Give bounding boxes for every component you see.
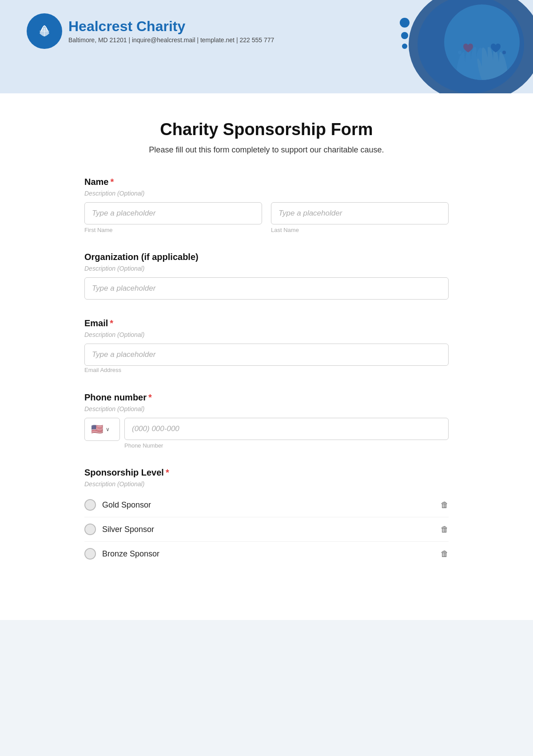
- email-required: *: [110, 318, 113, 328]
- last-name-sublabel: Last Name: [271, 227, 449, 233]
- last-name-wrapper: Last Name: [271, 202, 449, 233]
- form-title: Charity Sponsorship Form: [84, 120, 449, 139]
- list-item: Gold Sponsor 🗑: [84, 493, 449, 517]
- bronze-sponsor-label: Bronze Sponsor: [102, 549, 449, 559]
- radio-bronze[interactable]: [84, 548, 96, 560]
- phone-required: *: [148, 392, 152, 402]
- silver-sponsor-label: Silver Sponsor: [102, 525, 449, 534]
- organization-label: Organization (if applicable): [84, 252, 449, 262]
- dot-3: [402, 44, 407, 49]
- logo-circle: [27, 13, 62, 49]
- phone-section: Phone number* Description (Optional) 🇺🇸 …: [84, 392, 449, 449]
- dot-1: [400, 18, 410, 28]
- email-sublabel: Email Address: [84, 367, 121, 373]
- list-item: Bronze Sponsor 🗑: [84, 542, 449, 566]
- delete-silver-icon[interactable]: 🗑: [441, 525, 449, 534]
- dots-decoration: [400, 18, 410, 49]
- chevron-down-icon: ∨: [106, 426, 110, 432]
- country-selector[interactable]: 🇺🇸 ∨: [84, 418, 120, 441]
- form-subtitle: Please fill out this form completely to …: [84, 145, 449, 155]
- organization-section: Organization (if applicable) Description…: [84, 252, 449, 300]
- name-label: Name*: [84, 177, 449, 187]
- org-name: Healcrest Charity: [68, 19, 274, 34]
- organization-input[interactable]: [84, 277, 449, 300]
- last-name-input[interactable]: [271, 202, 449, 224]
- list-item: Silver Sponsor 🗑: [84, 517, 449, 542]
- gold-sponsor-label: Gold Sponsor: [102, 500, 449, 510]
- email-description: Description (Optional): [84, 331, 449, 338]
- phone-input[interactable]: [124, 418, 449, 440]
- delete-bronze-icon[interactable]: 🗑: [441, 549, 449, 559]
- phone-description: Description (Optional): [84, 405, 449, 412]
- name-required: *: [110, 177, 114, 187]
- phone-input-wrapper: Phone Number: [124, 418, 449, 449]
- first-name-sublabel: First Name: [84, 227, 262, 233]
- header-decorative: [373, 0, 533, 93]
- organization-description: Description (Optional): [84, 265, 449, 272]
- delete-gold-icon[interactable]: 🗑: [441, 500, 449, 510]
- radio-silver[interactable]: [84, 524, 96, 535]
- phone-sublabel: Phone Number: [124, 442, 449, 449]
- page-header: Healcrest Charity Baltimore, MD 21201 | …: [0, 0, 533, 93]
- email-section: Email* Description (Optional) Email Addr…: [84, 318, 449, 374]
- sponsorship-label: Sponsorship Level*: [84, 468, 449, 478]
- header-left: Healcrest Charity Baltimore, MD 21201 | …: [27, 13, 274, 52]
- first-name-input[interactable]: [84, 202, 262, 224]
- org-name-text: Healcrest Charity Baltimore, MD 21201 | …: [68, 19, 274, 43]
- name-input-row: First Name Last Name: [84, 202, 449, 233]
- dot-2: [401, 32, 408, 39]
- first-name-wrapper: First Name: [84, 202, 262, 233]
- name-section: Name* Description (Optional) First Name …: [84, 177, 449, 233]
- radio-gold[interactable]: [84, 499, 96, 511]
- sponsorship-section: Sponsorship Level* Description (Optional…: [84, 468, 449, 566]
- email-input[interactable]: [84, 344, 449, 366]
- name-description: Description (Optional): [84, 190, 449, 197]
- medium-arc: [418, 0, 524, 93]
- sponsorship-required: *: [166, 468, 169, 477]
- org-address: Baltimore, MD 21201 | inquire@healcrest.…: [68, 36, 274, 44]
- flag-icon: 🇺🇸: [91, 424, 103, 435]
- phone-row: 🇺🇸 ∨ Phone Number: [84, 418, 449, 449]
- form-container: Charity Sponsorship Form Please fill out…: [0, 93, 533, 620]
- logo-icon: [32, 18, 57, 44]
- phone-label: Phone number*: [84, 392, 449, 403]
- email-label: Email*: [84, 318, 449, 328]
- logo-area: Healcrest Charity Baltimore, MD 21201 | …: [27, 13, 274, 49]
- sponsorship-description: Description (Optional): [84, 480, 449, 488]
